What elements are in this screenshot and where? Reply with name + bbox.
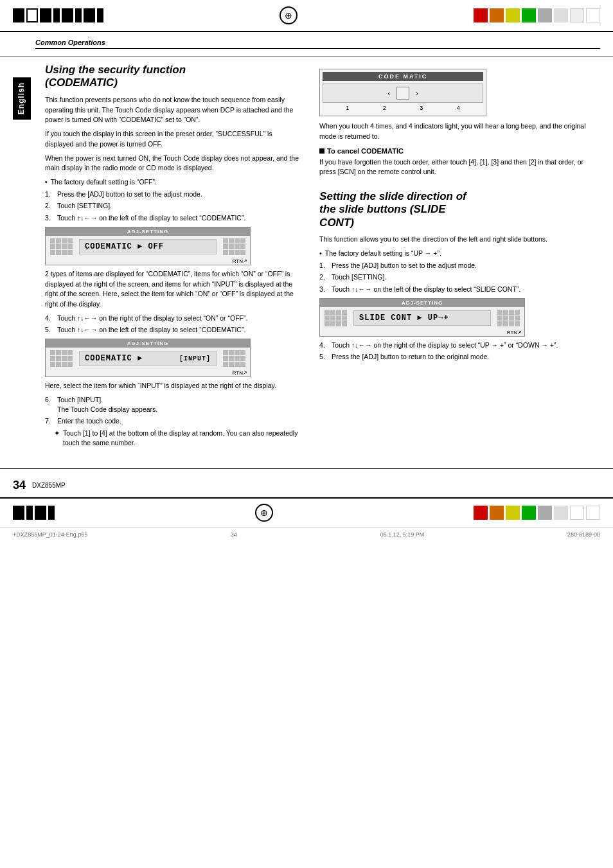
step-6: 6. Touch [INPUT]. The Touch Code display… [45, 395, 300, 414]
step-4: 4. Touch ↑↓←→ on the right of the displa… [45, 314, 300, 323]
slide-step-2: 2. Touch [SETTING]. [319, 272, 594, 282]
display-header-1: ADJ-SETTING [46, 227, 250, 236]
left-column: Using the security function (CODEMATIC) … [13, 57, 306, 456]
footer-left-text: +DXZ855MP_01-24-Eng.p65 [13, 531, 87, 538]
display-box-2: ADJ-SETTING CODEMATIC ► [INPUT] RTN↗ [45, 339, 251, 377]
bottom-compass: ⊕ [55, 504, 474, 522]
bar-block-1 [13, 8, 24, 22]
bottom-block-4 [48, 506, 55, 520]
color-block-gray [538, 8, 552, 22]
step-7: 7. Enter the touch code. [45, 416, 300, 426]
color-block-light [554, 8, 568, 22]
slide-step-1: 1. Press the [ADJ] button to set to the … [319, 261, 594, 270]
intro-paragraph-1: This function prevents persons who do no… [45, 95, 300, 125]
model-number: DXZ855MP [32, 482, 66, 489]
color-block-orange [490, 8, 504, 22]
bar-block-4 [53, 8, 60, 22]
codematic-arrow-right: › [416, 89, 418, 97]
desc-block-text: 2 types of items are displayed for “CODE… [45, 269, 300, 310]
section-header-text: Common Operations [35, 39, 600, 49]
bottom-bar-blocks-left [13, 506, 55, 520]
display-header-slide: ADJ-SETTING [320, 299, 524, 307]
display-box-slide: ADJ-SETTING SLIDE CONT ► UP→+ RTN↗ [319, 298, 525, 337]
bottom-color-red [474, 506, 488, 520]
color-block-red [474, 8, 488, 22]
display-footer-1: RTN↗ [46, 258, 250, 265]
bar-block-2 [26, 8, 38, 22]
bar-block-3 [40, 8, 51, 22]
codematic-display: ‹ › [323, 84, 483, 103]
compass-icon: ⊕ [280, 6, 298, 24]
step-7-sub: ✦ Touch [1] to [4] at the bottom of the … [54, 429, 300, 447]
codematic-square [396, 87, 409, 100]
top-bar-left-blocks [13, 8, 103, 22]
main-content: Using the security function (CODEMATIC) … [0, 57, 613, 456]
bar-block-6 [75, 8, 82, 22]
bottom-color-light [554, 506, 568, 520]
codematic-header: CODE MATIC [323, 72, 483, 81]
codematic-arrow-left: ‹ [387, 89, 390, 97]
bottom-block-3 [35, 506, 46, 520]
slide-step-5: 5. Press the [ADJ] button to return to t… [319, 352, 594, 362]
grid-left-slide [324, 310, 347, 326]
display-header-2: ADJ-SETTING [46, 339, 250, 348]
bullet-dot: • [45, 177, 48, 187]
section-header-area: Common Operations [0, 32, 613, 57]
footer-right-text: 05.1.12, 5:19 PM [380, 531, 425, 538]
color-block-yellow [506, 8, 520, 22]
slide-cont-section: Setting the slide direction of the slide… [319, 190, 594, 362]
display-footer-slide: RTN↗ [320, 329, 524, 336]
bottom-color-green [522, 506, 536, 520]
footer-center-text: 34 [231, 531, 237, 538]
bullet-item-default: • The factory default setting is “OFF”. [45, 177, 300, 187]
square-bullet-icon [319, 148, 324, 154]
page-footer: 34 DXZ855MP [0, 468, 613, 497]
bottom-color-yellow [506, 506, 520, 520]
top-bar-right-blocks [474, 8, 600, 22]
grid-right-2 [223, 350, 245, 367]
codematic-display-box: CODE MATIC ‹ › 1 2 3 4 [319, 69, 486, 116]
bottom-block-2 [26, 506, 33, 520]
bottom-color-white1 [570, 506, 584, 520]
slide-cont-bullet1: • The factory default setting is “UP → +… [319, 249, 594, 258]
slide-step-4: 4. Touch ↑↓←→ on the right of the displa… [319, 341, 594, 350]
color-block-white2 [586, 8, 600, 22]
display-content-1: CODEMATIC ► OFF [79, 239, 217, 254]
intro-paragraph-2: If you touch the display in this screen … [45, 129, 300, 150]
bullet-dot-2: • [319, 249, 322, 258]
step-2: 2. Touch [SETTING]. [45, 201, 300, 211]
step-3: 3. Touch ↑↓←→ on the left of the display… [45, 213, 300, 223]
bar-block-7 [84, 8, 95, 22]
footer-code-text: 280-8189-00 [567, 531, 600, 538]
slide-cont-title: Setting the slide direction of the slide… [319, 190, 594, 229]
bottom-color-orange [490, 506, 504, 520]
slide-cont-intro: This function allows you to set the dire… [319, 235, 594, 245]
step-1: 1. Press the [ADJ] button to set to the … [45, 190, 300, 199]
grid-left-2 [50, 350, 73, 367]
page-number: 34 [13, 479, 26, 492]
right-column: CODE MATIC ‹ › 1 2 3 4 When you touch 4 … [306, 57, 600, 456]
desc-input-text: Here, select the item for which “INPUT” … [45, 381, 300, 391]
bottom-compass-icon: ⊕ [255, 504, 273, 522]
cancel-desc: If you have forgotten the touch order, e… [319, 157, 594, 178]
bottom-block-1 [13, 506, 24, 520]
slide-step-3: 3. Touch ↑↓←→ on the left of the display… [319, 285, 594, 294]
bar-block-5 [62, 8, 73, 22]
bottom-top-bar: ⊕ [0, 497, 613, 527]
grid-right-1 [223, 238, 245, 255]
bottom-bar-blocks-right [474, 506, 600, 520]
step-5: 5. Touch ↑↓←→ on the left of the display… [45, 325, 300, 335]
compass-area: ⊕ [103, 6, 474, 24]
display-footer-2: RTN↗ [46, 369, 250, 376]
codematic-desc: When you touch 4 times, and 4 indicators… [319, 121, 594, 142]
codematic-numbers: 1 2 3 4 [323, 103, 483, 113]
bar-block-8 [97, 8, 103, 22]
cancel-subsection-title: To cancel CODEMATIC [319, 147, 594, 155]
color-block-green [522, 8, 536, 22]
display-box-1: ADJ-SETTING CODEMATIC ► OFF RTN↗ [45, 227, 251, 265]
grid-left-1 [50, 238, 73, 255]
bottom-text-bar: +DXZ855MP_01-24-Eng.p65 34 05.1.12, 5:19… [0, 527, 613, 542]
intro-paragraph-3: When the power is next turned ON, the To… [45, 154, 300, 174]
left-section-title: Using the security function (CODEMATIC) [45, 64, 300, 90]
display-content-2: CODEMATIC ► [INPUT] [79, 351, 217, 366]
